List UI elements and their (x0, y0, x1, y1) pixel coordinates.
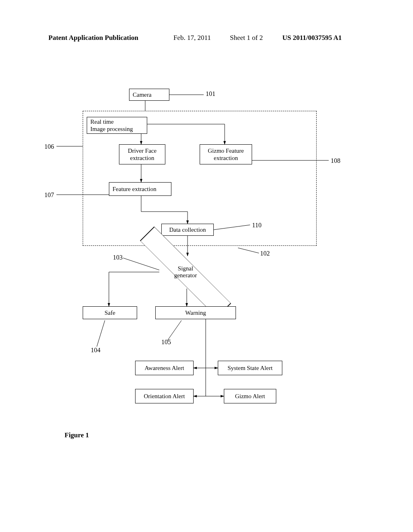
box-awareness-alert: Awareness Alert (135, 361, 194, 375)
realtime-l2: Image processing (90, 125, 144, 133)
box-data-collection: Data collection (161, 224, 214, 236)
flowchart-diagram: Camera Real time Image processing Driver… (0, 81, 413, 484)
svg-line-23 (238, 248, 259, 253)
ref-105: 105 (161, 339, 171, 346)
systemstate-label: System State Alert (227, 364, 273, 372)
gizmo-l1: Gizmo Feature (208, 147, 244, 154)
ref-107: 107 (44, 191, 54, 199)
datacoll-label: Data collection (169, 226, 206, 233)
box-camera-label: Camera (133, 91, 166, 98)
box-gizmo-feature: Gizmo Feature extraction (200, 144, 252, 164)
svg-line-26 (167, 320, 181, 341)
box-orientation-alert: Orientation Alert (135, 389, 194, 403)
ref-110: 110 (252, 222, 261, 229)
feature-label: Feature extraction (113, 185, 168, 193)
signal-l1: Signal (178, 265, 193, 272)
gizmoalert-label: Gizmo Alert (235, 393, 265, 400)
header-date: Feb. 17, 2011 (173, 34, 211, 42)
driverface-l2: extraction (130, 154, 154, 162)
signal-l2: generator (174, 272, 197, 278)
box-feature-extraction: Feature extraction (109, 182, 171, 196)
ref-104: 104 (91, 347, 100, 354)
orientation-label: Orientation Alert (144, 393, 185, 400)
gizmo-l2: extraction (214, 154, 238, 162)
realtime-l1: Real time (90, 118, 144, 125)
ref-108: 108 (331, 157, 340, 164)
figure-caption: Figure 1 (65, 431, 89, 439)
box-gizmo-alert: Gizmo Alert (224, 389, 276, 403)
box-camera: Camera (129, 89, 169, 101)
ref-103: 103 (113, 254, 123, 261)
ref-102: 102 (260, 250, 270, 257)
ref-101: 101 (206, 90, 215, 98)
svg-line-24 (123, 258, 159, 270)
box-system-state-alert: System State Alert (218, 361, 282, 375)
box-driver-face: Driver Face extraction (119, 144, 165, 164)
safe-label: Safe (104, 309, 115, 316)
box-realtime: Real time Image processing (87, 117, 147, 134)
header-sheet: Sheet 1 of 2 (230, 34, 263, 42)
warning-label: Warning (185, 309, 206, 316)
box-warning: Warning (155, 306, 236, 319)
header-left: Patent Application Publication (48, 34, 138, 42)
awareness-label: Awareness Alert (144, 364, 184, 372)
diamond-signal-generator: Signal generator (155, 254, 216, 290)
svg-line-25 (97, 320, 105, 347)
driverface-l1: Driver Face (128, 147, 156, 154)
box-safe: Safe (83, 306, 137, 319)
header-pubnum: US 2011/0037595 A1 (282, 34, 342, 42)
diamond-label: Signal generator (174, 265, 197, 279)
ref-106: 106 (44, 143, 54, 150)
